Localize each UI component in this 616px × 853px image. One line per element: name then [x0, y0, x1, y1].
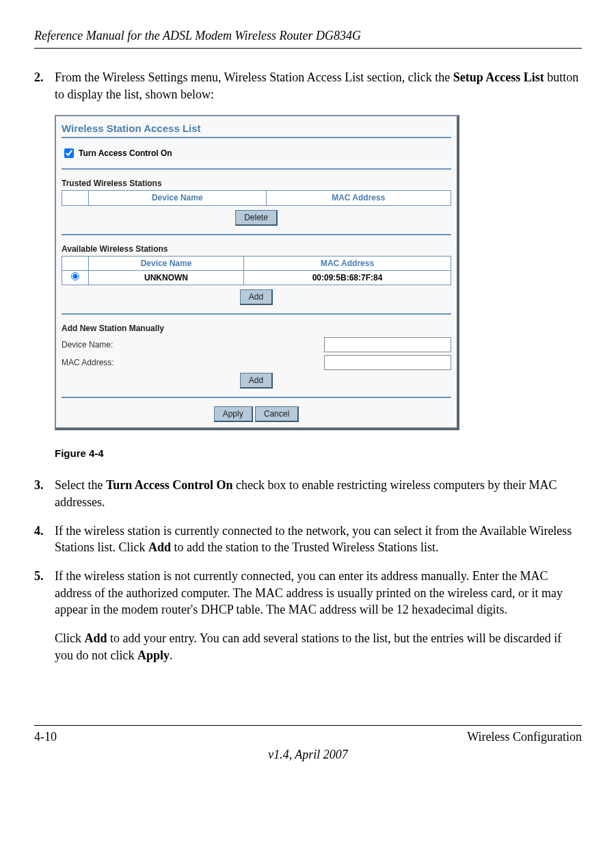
step-3: 3. Select the Turn Access Control On che… [34, 477, 582, 510]
delete-button[interactable]: Delete [235, 210, 278, 226]
page-number: 4-10 [34, 729, 57, 745]
wireless-station-access-list-panel: Wireless Station Access List Turn Access… [55, 115, 459, 430]
step-number: 5. [34, 568, 55, 618]
col-blank [62, 256, 89, 270]
table-header-row: Device Name MAC Address [62, 191, 451, 205]
page-footer: 4-10 Wireless Configuration v1.4, April … [34, 725, 582, 763]
footer-row: 4-10 Wireless Configuration [34, 729, 582, 745]
col-blank [62, 191, 89, 205]
trusted-stations-table: Device Name MAC Address [62, 190, 451, 205]
step-number: 2. [34, 69, 55, 103]
text: to add your entry. You can add several s… [55, 631, 561, 661]
step-text: If the wireless station is not currently… [55, 568, 582, 618]
step-number: 3. [34, 477, 55, 510]
bottom-button-row: Apply Cancel [62, 406, 451, 422]
bold: Setup Access List [453, 70, 544, 84]
col-device-name: Device Name [89, 191, 267, 205]
step-text: Select the Turn Access Control On check … [55, 477, 582, 510]
table-row: UNKNOWN 00:09:5B:68:7F:84 [62, 271, 451, 285]
figure-screenshot: Wireless Station Access List Turn Access… [55, 115, 582, 430]
cancel-button[interactable]: Cancel [255, 406, 299, 422]
add-manually-title: Add New Station Manually [62, 323, 451, 334]
col-mac-address: MAC Address [244, 256, 451, 270]
device-name-cell: UNKNOWN [89, 271, 244, 285]
divider [62, 313, 451, 315]
col-device-name: Device Name [89, 256, 244, 270]
bold: Add [85, 631, 107, 645]
panel-title: Wireless Station Access List [62, 122, 451, 138]
mac-address-cell: 00:09:5B:68:7F:84 [244, 271, 451, 285]
bold: Add [148, 540, 171, 554]
table-header-row: Device Name MAC Address [62, 256, 451, 270]
available-stations-title: Available Wireless Stations [62, 244, 451, 254]
add-manual-button[interactable]: Add [240, 373, 273, 389]
station-radio[interactable] [71, 272, 79, 280]
page-header-title: Reference Manual for the ADSL Modem Wire… [34, 27, 582, 49]
text: Click [55, 631, 85, 645]
checkbox-label: Turn Access Control On [79, 148, 172, 159]
col-mac-address: MAC Address [266, 191, 451, 205]
button-row: Delete [62, 210, 451, 226]
access-control-row: Turn Access Control On [62, 146, 451, 160]
step-5-continued: Click Add to add your entry. You can add… [55, 630, 582, 664]
step-text: From the Wireless Settings menu, Wireles… [55, 69, 582, 103]
apply-button[interactable]: Apply [214, 406, 253, 422]
text: From the Wireless Settings menu, Wireles… [55, 70, 453, 84]
bold: Turn Access Control On [106, 478, 233, 492]
footer-version: v1.4, April 2007 [34, 746, 582, 763]
radio-cell [62, 271, 89, 285]
bold: Apply [137, 648, 170, 662]
text: Select the [55, 478, 106, 492]
text: to add the station to the Trusted Wirele… [171, 540, 438, 554]
turn-access-control-on-checkbox[interactable] [64, 148, 74, 158]
divider [62, 234, 451, 235]
text: . [170, 648, 173, 662]
mac-address-input[interactable] [324, 355, 451, 370]
device-name-input[interactable] [324, 337, 451, 352]
device-name-row: Device Name: [62, 337, 451, 352]
section-title: Wireless Configuration [467, 729, 582, 745]
available-stations-table: Device Name MAC Address UNKNOWN 00:09:5B… [62, 256, 451, 285]
mac-address-label: MAC Address: [62, 357, 130, 368]
step-text: If the wireless station is currently con… [55, 523, 582, 556]
mac-address-row: MAC Address: [62, 355, 451, 370]
step-2: 2. From the Wireless Settings menu, Wire… [34, 69, 582, 103]
button-row: Add [62, 373, 451, 389]
step-5: 5. If the wireless station is not curren… [34, 568, 582, 618]
step-number: 4. [34, 523, 55, 556]
device-name-label: Device Name: [62, 339, 130, 350]
trusted-stations-title: Trusted Wireless Stations [62, 178, 451, 189]
add-button[interactable]: Add [240, 289, 273, 305]
button-row: Add [62, 289, 451, 305]
figure-caption: Figure 4-4 [55, 447, 582, 460]
divider [62, 168, 451, 170]
step-4: 4. If the wireless station is currently … [34, 523, 582, 556]
divider [62, 397, 451, 398]
